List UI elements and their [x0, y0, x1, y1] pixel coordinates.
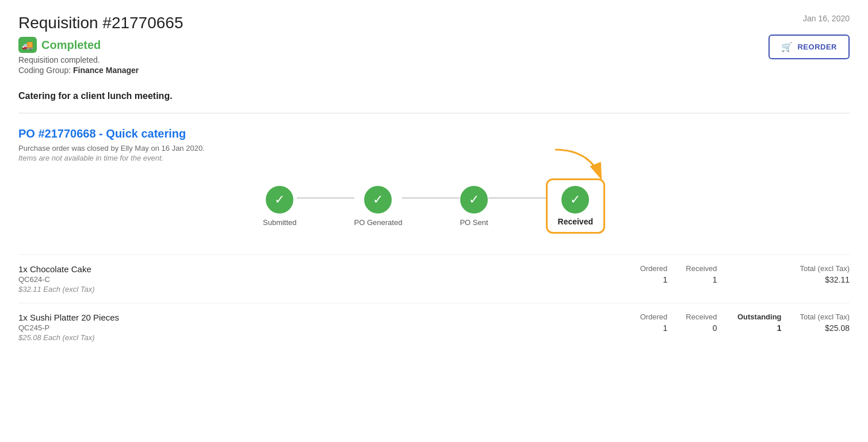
item-total-col: Total (excl Tax) $25.08 — [800, 313, 850, 333]
step-po-sent: ✓ PO Sent — [460, 186, 488, 227]
po-link[interactable]: PO #21770668 - Quick catering — [18, 127, 850, 140]
item-name: 1x Sushi Platter 20 Pieces — [18, 313, 622, 322]
item-details: 1x Chocolate Cake QC624-C $32.11 Each (e… — [18, 264, 622, 294]
item-details: 1x Sushi Platter 20 Pieces QC245-P $25.0… — [18, 313, 622, 342]
connector-3 — [488, 197, 546, 199]
check-icon-2: ✓ — [373, 192, 383, 207]
item-sku: QC624-C — [18, 275, 622, 284]
step-po-generated: ✓ PO Generated — [354, 186, 403, 227]
step-received-circle: ✓ — [561, 186, 589, 214]
truck-icon: 🚚 — [18, 37, 37, 53]
item-price: $32.11 Each (excl Tax) — [18, 285, 622, 294]
connector-2 — [402, 197, 460, 199]
reorder-button[interactable]: 🛒 REORDER — [768, 35, 850, 59]
description-text: Catering for a client lunch meeting. — [18, 91, 850, 101]
item-ordered-col: Ordered 1 — [640, 313, 668, 333]
check-icon-3: ✓ — [469, 192, 479, 207]
date-label: Jan 16, 2020 — [803, 14, 850, 23]
item-sku: QC245-P — [18, 323, 622, 332]
step-submitted: ✓ Submitted — [263, 186, 297, 227]
item-outstanding-col: Outstanding 1 — [736, 313, 782, 333]
cart-icon: 🛒 — [781, 41, 793, 52]
items-section: 1x Chocolate Cake QC624-C $32.11 Each (e… — [18, 254, 850, 351]
step-po-sent-circle: ✓ — [460, 186, 488, 214]
subtitle-text: Requisition completed. — [18, 55, 183, 64]
step-received-label: Received — [558, 217, 593, 226]
section-divider — [18, 113, 850, 113]
connector-1 — [297, 197, 354, 199]
page-title: Requisition #21770665 — [18, 14, 183, 32]
item-received-col: Received 0 — [686, 313, 717, 333]
arrow-indicator — [544, 144, 613, 190]
item-price: $25.08 Each (excl Tax) — [18, 333, 622, 342]
check-icon: ✓ — [274, 192, 285, 207]
item-ordered-col: Ordered 1 — [640, 264, 668, 284]
po-closed-text: Purchase order was closed by Elly May on… — [18, 144, 850, 153]
step-po-sent-label: PO Sent — [460, 218, 488, 227]
check-icon-4: ✓ — [570, 192, 580, 207]
coding-group: Coding Group: Finance Manager — [18, 66, 183, 75]
item-total-col: Total (excl Tax) $32.11 — [800, 264, 850, 284]
status-label: Completed — [41, 39, 101, 52]
step-po-generated-label: PO Generated — [354, 218, 403, 227]
item-received-col: Received 1 — [686, 264, 717, 284]
table-row: 1x Chocolate Cake QC624-C $32.11 Each (e… — [18, 254, 850, 303]
step-submitted-label: Submitted — [263, 218, 297, 227]
po-note: Items are not available in time for the … — [18, 154, 850, 162]
step-submitted-circle: ✓ — [266, 186, 293, 214]
item-name: 1x Chocolate Cake — [18, 264, 622, 274]
table-row: 1x Sushi Platter 20 Pieces QC245-P $25.0… — [18, 303, 850, 351]
step-po-generated-circle: ✓ — [364, 186, 392, 214]
